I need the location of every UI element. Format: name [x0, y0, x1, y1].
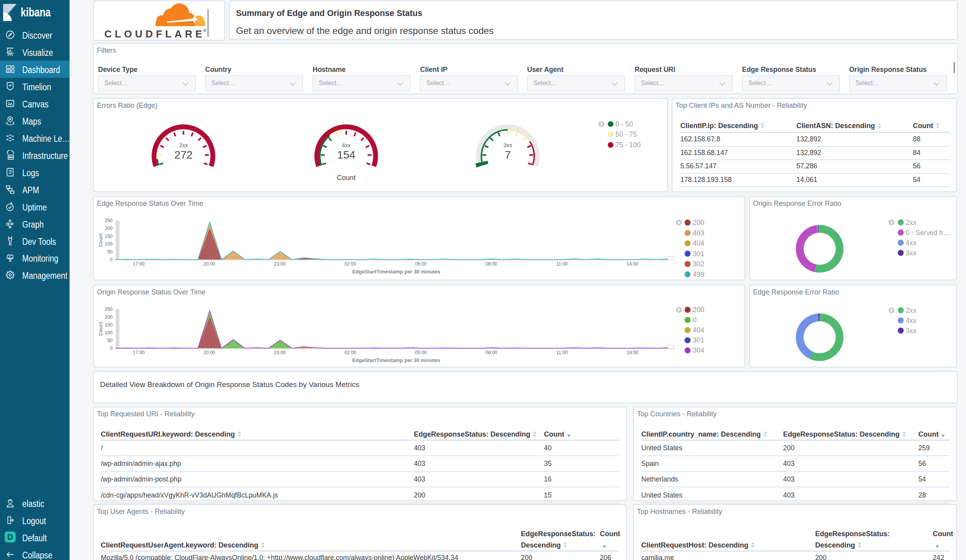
svg-text:4xx: 4xx [906, 239, 916, 247]
svg-text:50: 50 [107, 338, 113, 343]
svg-text:EdgeStartTimestamp per 30 minu: EdgeStartTimestamp per 30 minutes [352, 357, 440, 363]
svg-text:Count: Count [98, 233, 104, 247]
svg-text:404: 404 [693, 239, 705, 247]
svg-text:2xx: 2xx [179, 142, 188, 148]
svg-text:0 - Served fr…: 0 - Served fr… [906, 229, 950, 237]
svg-text:302: 302 [693, 260, 705, 268]
svg-text:05:00: 05:00 [415, 350, 427, 355]
svg-text:404: 404 [693, 326, 705, 334]
svg-text:11:00: 11:00 [556, 350, 567, 355]
svg-text:403: 403 [693, 229, 705, 237]
svg-text:20:00: 20:00 [203, 350, 215, 355]
svg-text:0 - 50: 0 - 50 [615, 120, 633, 128]
svg-text:05:00: 05:00 [415, 261, 427, 267]
svg-text:23:00: 23:00 [274, 350, 286, 355]
svg-text:200: 200 [693, 219, 705, 226]
svg-text:154: 154 [337, 149, 356, 161]
svg-text:Count: Count [98, 321, 104, 336]
svg-text:250: 250 [105, 307, 113, 312]
svg-text:EdgeStartTimestamp per 30 minu: EdgeStartTimestamp per 30 minutes [352, 269, 440, 275]
svg-text:0: 0 [110, 346, 113, 351]
svg-text:14:00: 14:00 [626, 261, 638, 267]
svg-text:150: 150 [105, 234, 113, 239]
svg-text:11:00: 11:00 [556, 261, 567, 267]
svg-text:100: 100 [105, 241, 113, 247]
svg-text:®: ® [203, 28, 206, 33]
svg-text:50 - 75: 50 - 75 [615, 130, 637, 138]
svg-text:3xx: 3xx [906, 327, 916, 335]
svg-text:14:00: 14:00 [626, 350, 638, 355]
svg-text:17:00: 17:00 [133, 350, 145, 355]
svg-text:272: 272 [174, 149, 193, 161]
svg-text:17:00: 17:00 [133, 261, 145, 267]
svg-text:499: 499 [693, 271, 705, 278]
svg-text:75 - 100: 75 - 100 [615, 141, 640, 149]
svg-text:CLOUDFLARE: CLOUDFLARE [104, 28, 205, 40]
svg-text:02:00: 02:00 [344, 261, 356, 267]
svg-text:301: 301 [693, 250, 705, 258]
svg-text:7: 7 [505, 149, 511, 161]
svg-text:0: 0 [110, 257, 113, 262]
svg-text:4xx: 4xx [906, 317, 916, 325]
svg-text:50: 50 [107, 249, 113, 255]
svg-text:200: 200 [105, 314, 113, 320]
svg-text:200: 200 [105, 226, 113, 231]
svg-text:4xx: 4xx [342, 142, 351, 148]
svg-text:301: 301 [693, 336, 705, 344]
svg-text:100: 100 [105, 330, 113, 335]
svg-text:08:00: 08:00 [485, 261, 497, 267]
svg-text:20:00: 20:00 [203, 261, 215, 267]
svg-text:3xx: 3xx [906, 249, 916, 257]
svg-text:Count: Count [337, 174, 356, 182]
svg-text:2xx: 2xx [906, 307, 916, 314]
svg-text:2xx: 2xx [906, 219, 916, 226]
svg-text:0: 0 [693, 316, 697, 324]
svg-text:150: 150 [105, 322, 113, 328]
svg-text:3xx: 3xx [503, 142, 512, 148]
svg-text:200: 200 [693, 306, 705, 314]
svg-text:02:00: 02:00 [344, 350, 356, 355]
svg-text:23:00: 23:00 [274, 261, 286, 267]
svg-text:304: 304 [693, 346, 705, 354]
svg-text:08:00: 08:00 [485, 350, 497, 355]
svg-text:250: 250 [105, 218, 113, 223]
